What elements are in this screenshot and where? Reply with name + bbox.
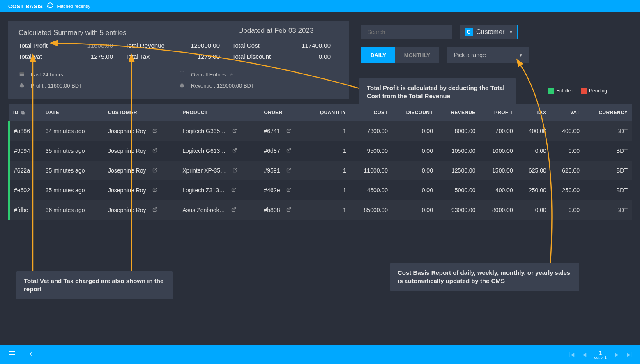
cell-product: Logitech G335…: [178, 121, 260, 141]
col-order[interactable]: ORDER: [260, 104, 306, 121]
cell-tax: 400.00: [517, 121, 550, 141]
col-customer[interactable]: CUSTOMER: [104, 104, 178, 121]
total-profit-value: 11600.00: [68, 42, 125, 49]
cell-id: #9094: [9, 141, 41, 161]
col-profit[interactable]: PROFIT: [479, 104, 517, 121]
cell-cost: 9500.00: [350, 141, 392, 161]
cell-currency: BDT: [584, 161, 632, 180]
cell-order: #9591: [260, 161, 306, 180]
external-link-icon[interactable]: [286, 149, 291, 154]
money-bag-icon: [179, 82, 185, 89]
external-link-icon[interactable]: [152, 129, 157, 134]
cell-discount: 0.00: [392, 180, 437, 200]
range-label: Pick a range: [454, 52, 486, 58]
external-link-icon[interactable]: [152, 188, 157, 193]
table-row[interactable]: #622a35 minutes agoJosephine Roy Xprinte…: [9, 161, 632, 180]
col-cost[interactable]: COST: [350, 104, 392, 121]
fetched-label: Fetched recently: [57, 4, 90, 9]
cell-profit: 1500.00: [479, 161, 517, 180]
external-link-icon[interactable]: [286, 168, 291, 173]
cell-customer: Josephine Roy: [104, 121, 178, 141]
cell-tax: 625.00: [517, 161, 550, 180]
total-cost-label: Total Cost: [232, 42, 290, 49]
cell-revenue: 93000.00: [437, 200, 480, 220]
cell-profit: 400.00: [479, 180, 517, 200]
filter-badge: C: [465, 28, 473, 36]
calendar-icon: [18, 71, 25, 78]
tab-daily[interactable]: DAILY: [361, 47, 395, 63]
back-icon[interactable]: [28, 350, 34, 359]
col-revenue[interactable]: REVENUE: [437, 104, 480, 121]
cell-currency: BDT: [584, 141, 632, 161]
table-row[interactable]: #fdbc36 minutes agoJosephine Roy Asus Ze…: [9, 200, 632, 220]
col-discount[interactable]: DISCOUNT: [392, 104, 437, 121]
table-header-row: ID ⧉ DATE CUSTOMER PRODUCT ORDER QUANTIT…: [9, 104, 632, 121]
external-link-icon[interactable]: [232, 129, 237, 134]
annotation-cost-basis: Cost Basis Report of daily, weekly, mont…: [390, 263, 579, 291]
total-revenue-value: 129000.00: [175, 42, 232, 49]
bottom-bar: ☰ |◀ ◀ 1 out of 1 ▶ ▶|: [0, 345, 640, 364]
external-link-icon[interactable]: [232, 149, 237, 154]
cell-currency: BDT: [584, 121, 632, 141]
table-row[interactable]: #a88634 minutes agoJosephine Roy Logitec…: [9, 121, 632, 141]
chevron-down-icon: ▼: [509, 30, 513, 35]
money-bag-icon: [18, 82, 25, 89]
col-id[interactable]: ID ⧉: [9, 104, 41, 121]
cell-tax: 250.00: [517, 180, 550, 200]
chevron-down-icon: ▼: [519, 53, 523, 58]
cell-cost: 7300.00: [350, 121, 392, 141]
external-link-icon[interactable]: [286, 188, 291, 193]
col-date[interactable]: DATE: [41, 104, 104, 121]
external-link-icon[interactable]: [152, 168, 157, 173]
refresh-icon[interactable]: [47, 2, 53, 10]
external-link-icon[interactable]: [233, 168, 237, 173]
search-input[interactable]: [361, 25, 452, 39]
legend-pending-swatch: [581, 88, 587, 94]
cell-order: #6d87: [260, 141, 306, 161]
pager: |◀ ◀ 1 out of 1 ▶ ▶|: [569, 350, 632, 359]
cell-id: #a886: [9, 121, 41, 141]
cell-date: 35 minutes ago: [41, 161, 104, 180]
col-vat[interactable]: VAT: [550, 104, 584, 121]
pager-next[interactable]: ▶: [615, 352, 619, 357]
total-vat-label: Total Vat: [18, 53, 68, 60]
filter-dropdown[interactable]: C Customer ▼: [460, 25, 518, 39]
external-link-icon[interactable]: [286, 129, 291, 134]
cell-cost: 4600.00: [350, 180, 392, 200]
pager-first[interactable]: |◀: [569, 352, 574, 357]
col-tax[interactable]: TAX: [517, 104, 550, 121]
cell-vat: 0.00: [550, 200, 584, 220]
table-row[interactable]: #e60235 minutes agoJosephine Roy Logitec…: [9, 180, 632, 200]
cell-revenue: 8000.00: [437, 121, 480, 141]
cell-quantity: 1: [306, 141, 350, 161]
menu-icon[interactable]: ☰: [8, 350, 16, 359]
pager-outof: out of 1: [594, 355, 607, 359]
total-discount-label: Total Discount: [232, 53, 290, 60]
col-quantity[interactable]: QUANTITY: [306, 104, 350, 121]
svg-rect-1: [20, 72, 24, 74]
cell-vat: 625.00: [550, 161, 584, 180]
col-product[interactable]: PRODUCT: [178, 104, 260, 121]
range-dropdown[interactable]: Pick a range ▼: [447, 47, 529, 63]
table-row[interactable]: #909435 minutes agoJosephine Roy Logitec…: [9, 141, 632, 161]
cell-vat: 250.00: [550, 180, 584, 200]
annotation-profit: Total Profit is calculated by deducting …: [359, 78, 516, 106]
external-link-icon[interactable]: [231, 208, 236, 213]
cell-order: #462e: [260, 180, 306, 200]
external-link-icon[interactable]: [286, 208, 291, 213]
total-discount-value: 0.00: [290, 53, 343, 60]
cell-quantity: 1: [306, 161, 350, 180]
profit-meta: Profit : 11600.00 BDT: [31, 83, 82, 89]
pager-last[interactable]: ▶|: [627, 352, 632, 357]
cell-date: 35 minutes ago: [41, 180, 104, 200]
col-currency[interactable]: CURRENCY: [584, 104, 632, 121]
legend-fulfilled-swatch: [548, 88, 554, 94]
tab-monthly[interactable]: MONTHLY: [395, 47, 439, 63]
external-link-icon[interactable]: [152, 149, 157, 154]
external-link-icon[interactable]: [152, 208, 157, 213]
pager-prev[interactable]: ◀: [582, 352, 586, 357]
cell-order: #6741: [260, 121, 306, 141]
cell-profit: 1000.00: [479, 141, 517, 161]
cell-customer: Josephine Roy: [104, 141, 178, 161]
external-link-icon[interactable]: [231, 188, 236, 193]
